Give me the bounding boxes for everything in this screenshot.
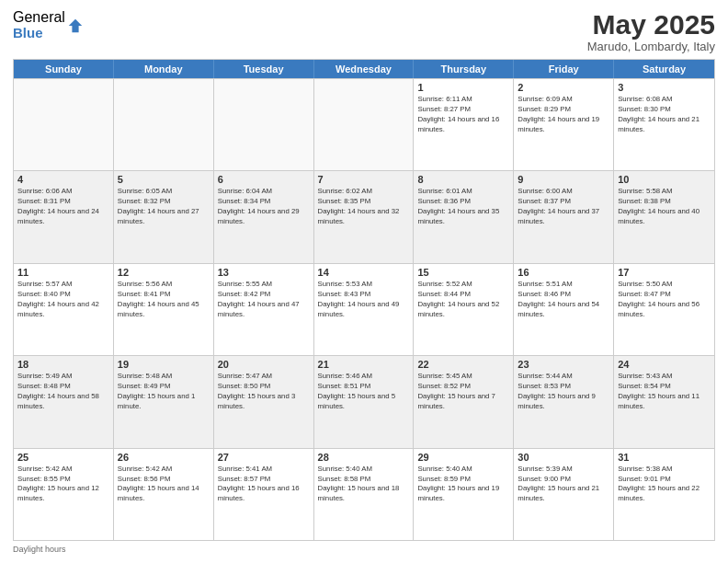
header: General Blue May 2025 Marudo, Lombardy, … bbox=[13, 9, 715, 53]
day-number: 9 bbox=[518, 174, 609, 185]
day-info: Sunrise: 5:57 AMSunset: 8:40 PMDaylight:… bbox=[17, 280, 109, 320]
day-number: 11 bbox=[17, 267, 109, 278]
day-info: Sunrise: 5:58 AMSunset: 8:38 PMDaylight:… bbox=[618, 187, 711, 227]
cal-cell: 22Sunrise: 5:45 AMSunset: 8:52 PMDayligh… bbox=[414, 356, 514, 447]
cal-cell: 3Sunrise: 6:08 AMSunset: 8:30 PMDaylight… bbox=[614, 79, 714, 170]
logo-icon bbox=[67, 17, 84, 34]
day-number: 24 bbox=[618, 359, 711, 370]
day-info: Sunrise: 5:50 AMSunset: 8:47 PMDaylight:… bbox=[618, 280, 711, 320]
day-number: 27 bbox=[218, 452, 310, 463]
day-info: Sunrise: 5:48 AMSunset: 8:49 PMDaylight:… bbox=[118, 372, 210, 412]
cal-cell: 1Sunrise: 6:11 AMSunset: 8:27 PMDaylight… bbox=[414, 79, 514, 170]
day-info: Sunrise: 5:41 AMSunset: 8:57 PMDaylight:… bbox=[218, 465, 310, 505]
day-info: Sunrise: 5:42 AMSunset: 8:56 PMDaylight:… bbox=[118, 465, 210, 505]
day-info: Sunrise: 6:09 AMSunset: 8:29 PMDaylight:… bbox=[518, 95, 609, 135]
header-friday: Friday bbox=[514, 60, 614, 78]
day-number: 17 bbox=[618, 267, 711, 278]
day-number: 1 bbox=[417, 82, 509, 93]
cal-cell: 2Sunrise: 6:09 AMSunset: 8:29 PMDaylight… bbox=[514, 79, 614, 170]
cal-week-5: 25Sunrise: 5:42 AMSunset: 8:55 PMDayligh… bbox=[14, 448, 714, 540]
day-info: Sunrise: 6:06 AMSunset: 8:31 PMDaylight:… bbox=[17, 187, 109, 227]
day-number: 4 bbox=[17, 174, 109, 185]
day-number: 6 bbox=[218, 174, 310, 185]
day-number: 16 bbox=[518, 267, 609, 278]
header-wednesday: Wednesday bbox=[314, 60, 415, 78]
cal-cell: 11Sunrise: 5:57 AMSunset: 8:40 PMDayligh… bbox=[14, 264, 114, 355]
day-info: Sunrise: 5:56 AMSunset: 8:41 PMDaylight:… bbox=[118, 280, 210, 320]
cal-cell: 13Sunrise: 5:55 AMSunset: 8:42 PMDayligh… bbox=[214, 264, 314, 355]
cal-week-4: 18Sunrise: 5:49 AMSunset: 8:48 PMDayligh… bbox=[14, 355, 714, 447]
month-title: May 2025 bbox=[587, 9, 715, 40]
cal-cell: 29Sunrise: 5:40 AMSunset: 8:59 PMDayligh… bbox=[414, 449, 514, 540]
day-info: Sunrise: 6:11 AMSunset: 8:27 PMDaylight:… bbox=[417, 95, 509, 135]
day-info: Sunrise: 6:05 AMSunset: 8:32 PMDaylight:… bbox=[118, 187, 210, 227]
day-number: 14 bbox=[318, 267, 410, 278]
cal-cell: 7Sunrise: 6:02 AMSunset: 8:35 PMDaylight… bbox=[314, 171, 415, 262]
cal-cell: 31Sunrise: 5:38 AMSunset: 9:01 PMDayligh… bbox=[614, 449, 714, 540]
day-number: 29 bbox=[417, 452, 509, 463]
cal-cell bbox=[114, 79, 214, 170]
header-saturday: Saturday bbox=[614, 60, 714, 78]
day-info: Sunrise: 6:01 AMSunset: 8:36 PMDaylight:… bbox=[417, 187, 509, 227]
day-info: Sunrise: 5:51 AMSunset: 8:46 PMDaylight:… bbox=[518, 280, 609, 320]
calendar-body: 1Sunrise: 6:11 AMSunset: 8:27 PMDaylight… bbox=[14, 78, 714, 540]
cal-cell: 5Sunrise: 6:05 AMSunset: 8:32 PMDaylight… bbox=[114, 171, 214, 262]
cal-cell: 20Sunrise: 5:47 AMSunset: 8:50 PMDayligh… bbox=[214, 356, 314, 447]
header-tuesday: Tuesday bbox=[214, 60, 314, 78]
cal-cell bbox=[314, 79, 415, 170]
footer-text: Daylight hours bbox=[13, 545, 66, 554]
cal-week-2: 4Sunrise: 6:06 AMSunset: 8:31 PMDaylight… bbox=[14, 170, 714, 262]
header-sunday: Sunday bbox=[14, 60, 114, 78]
day-number: 28 bbox=[318, 452, 410, 463]
day-number: 10 bbox=[618, 174, 711, 185]
title-section: May 2025 Marudo, Lombardy, Italy bbox=[587, 9, 715, 53]
day-number: 18 bbox=[17, 359, 109, 370]
cal-cell bbox=[214, 79, 314, 170]
cal-cell: 6Sunrise: 6:04 AMSunset: 8:34 PMDaylight… bbox=[214, 171, 314, 262]
cal-cell: 26Sunrise: 5:42 AMSunset: 8:56 PMDayligh… bbox=[114, 449, 214, 540]
cal-cell: 28Sunrise: 5:40 AMSunset: 8:58 PMDayligh… bbox=[314, 449, 415, 540]
day-number: 2 bbox=[518, 82, 609, 93]
cal-cell: 15Sunrise: 5:52 AMSunset: 8:44 PMDayligh… bbox=[414, 264, 514, 355]
day-number: 15 bbox=[417, 267, 509, 278]
day-info: Sunrise: 5:55 AMSunset: 8:42 PMDaylight:… bbox=[218, 280, 310, 320]
day-number: 30 bbox=[518, 452, 609, 463]
logo-general: General bbox=[13, 9, 65, 26]
cal-cell: 10Sunrise: 5:58 AMSunset: 8:38 PMDayligh… bbox=[614, 171, 714, 262]
cal-cell: 8Sunrise: 6:01 AMSunset: 8:36 PMDaylight… bbox=[414, 171, 514, 262]
cal-cell: 12Sunrise: 5:56 AMSunset: 8:41 PMDayligh… bbox=[114, 264, 214, 355]
day-info: Sunrise: 6:08 AMSunset: 8:30 PMDaylight:… bbox=[618, 95, 711, 135]
cal-cell: 24Sunrise: 5:43 AMSunset: 8:54 PMDayligh… bbox=[614, 356, 714, 447]
logo: General Blue bbox=[13, 9, 84, 40]
day-number: 8 bbox=[417, 174, 509, 185]
day-info: Sunrise: 5:47 AMSunset: 8:50 PMDaylight:… bbox=[218, 372, 310, 412]
day-number: 31 bbox=[618, 452, 711, 463]
day-info: Sunrise: 5:46 AMSunset: 8:51 PMDaylight:… bbox=[318, 372, 410, 412]
day-info: Sunrise: 5:44 AMSunset: 8:53 PMDaylight:… bbox=[518, 372, 609, 412]
cal-cell: 27Sunrise: 5:41 AMSunset: 8:57 PMDayligh… bbox=[214, 449, 314, 540]
logo-text: General Blue bbox=[13, 9, 65, 40]
day-info: Sunrise: 5:52 AMSunset: 8:44 PMDaylight:… bbox=[417, 280, 509, 320]
footer: Daylight hours bbox=[13, 545, 715, 554]
cal-cell: 4Sunrise: 6:06 AMSunset: 8:31 PMDaylight… bbox=[14, 171, 114, 262]
calendar-header: Sunday Monday Tuesday Wednesday Thursday… bbox=[14, 60, 714, 78]
day-info: Sunrise: 6:02 AMSunset: 8:35 PMDaylight:… bbox=[318, 187, 410, 227]
day-info: Sunrise: 6:00 AMSunset: 8:37 PMDaylight:… bbox=[518, 187, 609, 227]
header-thursday: Thursday bbox=[414, 60, 514, 78]
cal-cell: 19Sunrise: 5:48 AMSunset: 8:49 PMDayligh… bbox=[114, 356, 214, 447]
day-number: 3 bbox=[618, 82, 711, 93]
cal-cell bbox=[14, 79, 114, 170]
day-number: 7 bbox=[318, 174, 410, 185]
day-number: 23 bbox=[518, 359, 609, 370]
day-number: 22 bbox=[417, 359, 509, 370]
calendar: Sunday Monday Tuesday Wednesday Thursday… bbox=[13, 59, 715, 541]
cal-cell: 17Sunrise: 5:50 AMSunset: 8:47 PMDayligh… bbox=[614, 264, 714, 355]
day-number: 19 bbox=[118, 359, 210, 370]
cal-cell: 21Sunrise: 5:46 AMSunset: 8:51 PMDayligh… bbox=[314, 356, 415, 447]
day-number: 13 bbox=[218, 267, 310, 278]
cal-cell: 9Sunrise: 6:00 AMSunset: 8:37 PMDaylight… bbox=[514, 171, 614, 262]
day-info: Sunrise: 5:40 AMSunset: 8:59 PMDaylight:… bbox=[417, 465, 509, 505]
day-number: 12 bbox=[118, 267, 210, 278]
location: Marudo, Lombardy, Italy bbox=[587, 40, 715, 53]
day-number: 20 bbox=[218, 359, 310, 370]
